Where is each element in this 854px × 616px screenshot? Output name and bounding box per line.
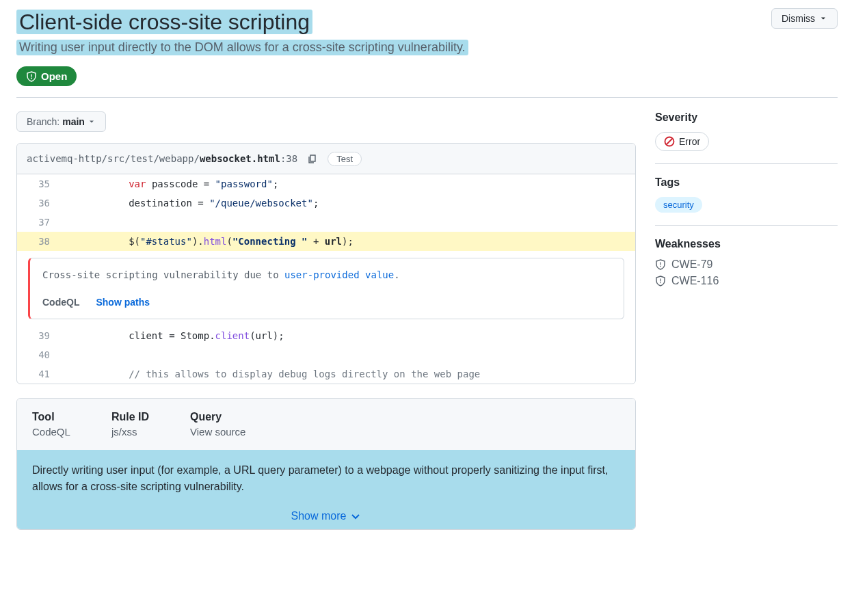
meta-tool-label: Tool <box>32 411 70 423</box>
show-more-button[interactable]: Show more <box>17 503 635 529</box>
weakness-cwe-79[interactable]: CWE-79 <box>655 258 838 271</box>
chevron-down-icon <box>88 118 96 126</box>
svg-point-0 <box>31 77 32 79</box>
user-provided-value-link[interactable]: user-provided value <box>284 269 394 280</box>
tags-title: Tags <box>655 176 838 189</box>
meta-tool-value: CodeQL <box>32 426 70 438</box>
code-line-highlighted: 38 $("#status").html("Connecting " + url… <box>17 232 635 251</box>
view-source-link[interactable]: View source <box>190 426 245 438</box>
severity-badge: Error <box>655 132 709 151</box>
meta-query-label: Query <box>190 411 245 423</box>
svg-rect-7 <box>660 279 660 282</box>
weakness-cwe-116[interactable]: CWE-116 <box>655 275 838 287</box>
no-entry-icon <box>664 136 675 147</box>
code-line: 37 <box>17 213 635 232</box>
alert-box: Cross-site scripting vulnerability due t… <box>28 258 624 319</box>
code-line: 36 destination = "/queue/websocket"; <box>17 193 635 213</box>
code-line: 39 client = Stomp.client(url); <box>17 326 635 345</box>
meta-box: Tool CodeQL Rule ID js/xss Query View so… <box>16 398 636 530</box>
file-path: activemq-http/src/test/webapp/websocket.… <box>27 153 297 164</box>
weaknesses-title: Weaknesses <box>655 238 838 250</box>
dismiss-button[interactable]: Dismiss <box>771 8 838 29</box>
status-badge: Open <box>16 66 77 86</box>
shield-alert-icon <box>655 276 666 286</box>
copy-icon <box>307 153 318 164</box>
shield-alert-icon <box>26 71 37 82</box>
svg-point-6 <box>660 282 661 284</box>
page-subtitle: Writing user input directly to the DOM a… <box>16 40 468 55</box>
code-line: 40 <box>17 345 635 364</box>
meta-rule-value: js/xss <box>111 426 149 438</box>
meta-description: Directly writing user input (for example… <box>17 450 635 503</box>
svg-line-3 <box>667 139 673 145</box>
branch-selector[interactable]: Branch: main <box>16 111 106 132</box>
svg-rect-1 <box>31 74 31 77</box>
copy-path-button[interactable] <box>304 150 321 167</box>
meta-rule-label: Rule ID <box>111 411 149 423</box>
code-line: 35 var passcode = "password"; <box>17 174 635 193</box>
page-title: Client-side cross-site scripting <box>16 8 468 36</box>
shield-alert-icon <box>655 259 666 270</box>
code-snippet-box: activemq-http/src/test/webapp/websocket.… <box>16 143 636 384</box>
test-button[interactable]: Test <box>328 152 362 166</box>
svg-rect-5 <box>660 263 660 265</box>
code-line: 41 // this allows to display debug logs … <box>17 364 635 384</box>
chevron-down-icon <box>819 14 827 23</box>
chevron-down-icon <box>350 511 361 522</box>
severity-title: Severity <box>655 111 838 124</box>
show-paths-link[interactable]: Show paths <box>96 297 150 308</box>
alert-tool-label: CodeQL <box>42 297 79 308</box>
tag-security[interactable]: security <box>655 197 702 213</box>
svg-point-4 <box>660 266 661 267</box>
